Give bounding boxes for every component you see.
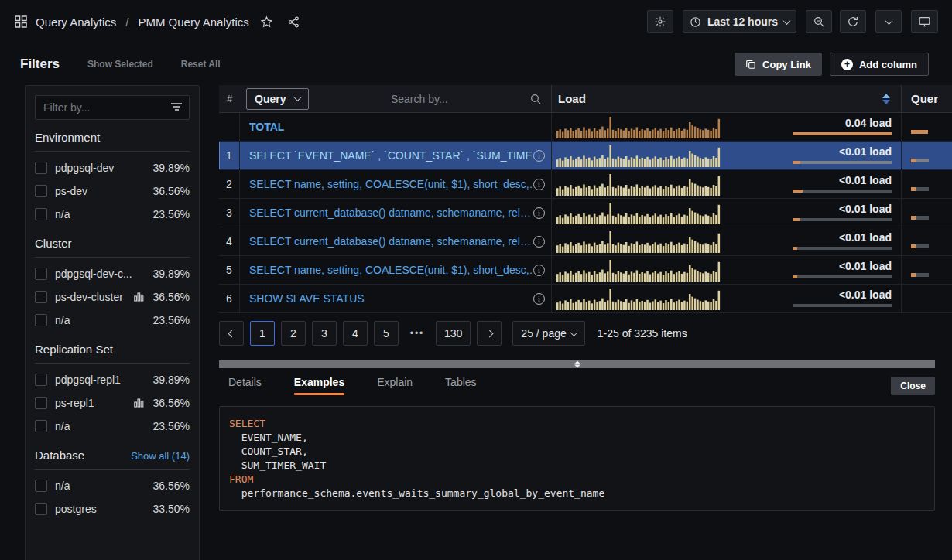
- sort-icon[interactable]: [882, 94, 890, 104]
- search-icon[interactable]: [529, 93, 542, 105]
- filter-checkbox[interactable]: [35, 185, 47, 197]
- filter-item-label: pdpgsql-dev-c...: [55, 268, 146, 280]
- load-cell: <0.01 load: [552, 285, 902, 312]
- show-all-link[interactable]: Show all (14): [131, 450, 190, 462]
- query-link[interactable]: SELECT `EVENT_NAME` , `COUNT_STAR` , `SU…: [249, 149, 533, 162]
- bar-chart-icon[interactable]: [134, 398, 144, 408]
- column-header-load[interactable]: Load: [558, 92, 586, 105]
- query-dropdown-label: Query: [255, 93, 286, 105]
- time-range-picker[interactable]: Last 12 hours: [683, 10, 796, 33]
- chevron-down-icon: [783, 17, 791, 25]
- filter-item[interactable]: ps-dev-cluster36.56%: [35, 285, 190, 309]
- last-page-button[interactable]: 130: [436, 321, 471, 346]
- tab-explain[interactable]: Explain: [377, 376, 413, 395]
- filter-item[interactable]: postgres33.50%: [35, 497, 190, 521]
- next-page-button[interactable]: [477, 321, 502, 346]
- info-icon[interactable]: i: [533, 150, 545, 162]
- query-link[interactable]: SELECT name, setting, COALESCE(unit, $1)…: [249, 264, 533, 276]
- query-link[interactable]: SELECT current_database() datname, schem…: [249, 235, 533, 248]
- filter-checkbox[interactable]: [35, 503, 47, 515]
- panel-resize-splitter[interactable]: [219, 360, 935, 368]
- filter-item[interactable]: n/a23.56%: [35, 309, 190, 332]
- info-icon[interactable]: i: [533, 265, 545, 276]
- filter-search-input[interactable]: [35, 95, 190, 120]
- copy-link-button[interactable]: Copy Link: [735, 53, 822, 76]
- load-progress-bar: [793, 247, 892, 250]
- info-icon[interactable]: i: [533, 179, 545, 190]
- tab-examples[interactable]: Examples: [294, 376, 344, 395]
- mini-bar-gray: [916, 187, 929, 191]
- query-row[interactable]: 5SELECT name, setting, COALESCE(unit, $1…: [219, 256, 952, 285]
- tab-tables[interactable]: Tables: [445, 376, 476, 395]
- row-number: 3: [219, 199, 240, 227]
- filter-checkbox[interactable]: [35, 397, 47, 409]
- load-sparkline: [556, 172, 721, 196]
- filter-item[interactable]: n/a23.56%: [35, 415, 190, 438]
- query-dimension-dropdown[interactable]: Query: [246, 88, 309, 110]
- column-header-query-count[interactable]: Quer: [911, 92, 938, 105]
- refresh-button[interactable]: [840, 10, 866, 33]
- filter-checkbox[interactable]: [35, 420, 47, 432]
- breadcrumb-section[interactable]: Query Analytics: [36, 15, 116, 29]
- filter-item[interactable]: ps-dev36.56%: [35, 179, 190, 203]
- query-link[interactable]: SHOW SLAVE STATUS: [249, 292, 533, 305]
- tab-details[interactable]: Details: [228, 376, 262, 395]
- page-size-label: 25 / page: [521, 327, 566, 340]
- close-details-button[interactable]: Close: [891, 377, 935, 395]
- kiosk-mode-button[interactable]: [911, 10, 938, 33]
- info-icon[interactable]: i: [533, 207, 545, 219]
- dashboards-grid-icon[interactable]: [14, 15, 28, 29]
- star-icon[interactable]: [260, 15, 273, 29]
- row-number: 6: [219, 285, 240, 312]
- query-row[interactable]: 1SELECT `EVENT_NAME` , `COUNT_STAR` , `S…: [219, 142, 952, 170]
- query-row[interactable]: 2SELECT name, setting, COALESCE(unit, $1…: [219, 170, 952, 199]
- filter-checkbox[interactable]: [35, 314, 47, 326]
- query-row[interactable]: 6SHOW SLAVE STATUSi<0.01 load: [219, 285, 952, 313]
- query-link[interactable]: TOTAL: [249, 121, 545, 133]
- prev-page-button[interactable]: [219, 321, 244, 346]
- query-row[interactable]: 4SELECT current_database() datname, sche…: [219, 227, 952, 256]
- filter-item[interactable]: ps-repl136.56%: [35, 391, 190, 415]
- chevron-right-icon: [485, 330, 493, 337]
- filter-item-percentage: 23.56%: [153, 208, 190, 220]
- page-button[interactable]: 3: [312, 321, 337, 346]
- show-selected-link[interactable]: Show Selected: [87, 59, 153, 70]
- query-row[interactable]: TOTAL0.04 load: [219, 113, 952, 142]
- page-ellipsis[interactable]: •••: [405, 328, 430, 339]
- page-button[interactable]: 4: [343, 321, 368, 346]
- breadcrumb-page[interactable]: PMM Query Analytics: [138, 15, 248, 29]
- filter-checkbox[interactable]: [35, 208, 47, 220]
- query-search-input[interactable]: [309, 93, 529, 105]
- bar-chart-icon[interactable]: [134, 292, 144, 302]
- filter-item[interactable]: pdpgsql-dev39.89%: [35, 156, 190, 179]
- load-bar-gray-segment: [797, 247, 892, 250]
- query-link[interactable]: SELECT name, setting, COALESCE(unit, $1)…: [249, 178, 533, 190]
- filters-toolbar: Filters Show Selected Reset All Copy Lin…: [0, 43, 952, 85]
- row-number: 1: [219, 142, 240, 169]
- add-column-button[interactable]: + Add column: [830, 53, 929, 76]
- filter-item[interactable]: pdpgsql-dev-c...39.89%: [35, 262, 190, 285]
- info-icon[interactable]: i: [533, 236, 545, 248]
- filter-item[interactable]: n/a23.56%: [35, 203, 190, 226]
- info-icon[interactable]: i: [533, 293, 545, 305]
- page-button[interactable]: 2: [281, 321, 306, 346]
- refresh-interval-dropdown[interactable]: [875, 10, 902, 33]
- filter-checkbox[interactable]: [35, 374, 47, 386]
- share-icon[interactable]: [287, 15, 300, 29]
- load-bar-orange-segment: [793, 132, 892, 135]
- filter-checkbox[interactable]: [35, 162, 47, 174]
- query-link[interactable]: SELECT current_database() datname, schem…: [249, 207, 533, 219]
- filter-item[interactable]: n/a36.56%: [35, 474, 190, 497]
- load-bar-gray-segment: [803, 190, 892, 193]
- page-button[interactable]: 5: [374, 321, 399, 346]
- filter-checkbox[interactable]: [35, 268, 47, 280]
- filter-checkbox[interactable]: [35, 291, 47, 303]
- page-size-select[interactable]: 25 / page: [512, 321, 584, 346]
- query-row[interactable]: 3SELECT current_database() datname, sche…: [219, 199, 952, 227]
- filter-item[interactable]: pdpgsql-repl139.89%: [35, 368, 190, 391]
- page-button[interactable]: 1: [250, 321, 275, 346]
- filter-checkbox[interactable]: [35, 480, 47, 492]
- zoom-out-button[interactable]: [806, 10, 832, 33]
- reset-all-link[interactable]: Reset All: [181, 59, 221, 70]
- settings-button[interactable]: [647, 10, 673, 33]
